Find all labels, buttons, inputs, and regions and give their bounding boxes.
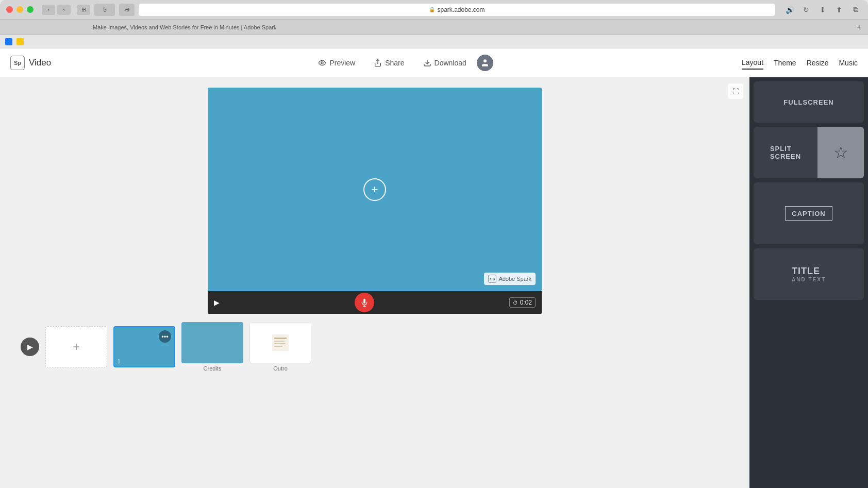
svg-point-3 [483,59,487,62]
mic-container [355,293,374,312]
share-icon [374,59,382,67]
credits-label: Credits [204,365,222,372]
back-button[interactable]: ‹ [42,5,55,15]
clock-icon: ⏱ [513,300,518,306]
traffic-lights [6,6,34,13]
app-container: Sp Video Preview Share Download [0,48,868,488]
add-content-button[interactable]: + [363,178,386,201]
caption-box: CAPTION [785,206,832,221]
time-display: ⏱ 0:02 [509,297,536,308]
header-actions: Preview Share Download [72,55,731,71]
tab-label: Make Images, Videos and Web Stories for … [93,24,276,30]
video-canvas[interactable]: + Sp Adobe Spark [208,88,542,291]
tab-switcher[interactable]: ⊞ [77,5,90,15]
slide-credits[interactable] [181,322,243,363]
app-header: Sp Video Preview Share Download [0,48,868,77]
play-button[interactable]: ▶ [214,298,220,307]
extensions-button[interactable]: 🖱 [94,4,115,16]
app-title: Video [29,58,51,68]
lock-icon: 🔒 [429,7,435,12]
share-page-button[interactable]: ⬆ [833,4,845,16]
title-main-label: TITLE [792,266,826,277]
bookmark-other[interactable] [16,38,24,45]
timeline: ▶ + ••• 1 [10,314,739,380]
editor-area: ⛶ + Sp Adobe Spark ▶ [0,77,749,488]
credits-container: Credits [181,322,243,372]
title-sub-label: AND TEXT [792,277,826,282]
video-controls-wrapper: ▶ ⏱ 0:02 [208,291,542,314]
close-button[interactable] [6,6,13,13]
slide-1[interactable]: ••• 1 [113,326,175,367]
video-controls: ▶ ⏱ 0:02 [208,291,542,314]
split-right: ☆ [817,127,864,178]
bookmark-bar [0,35,868,48]
minimize-button[interactable] [16,6,23,13]
svg-rect-10 [274,346,282,347]
nav-layout[interactable]: Layout [742,56,763,70]
download-button[interactable]: Download [415,55,475,71]
addon-button[interactable]: ⊕ [119,4,135,16]
svg-point-0 [321,62,323,64]
svg-rect-9 [274,343,286,344]
layout-fullscreen[interactable]: FULLSCREEN [754,81,864,123]
facebook-favicon [5,38,12,45]
split-left: SPLITSCREEN [754,127,817,178]
volume-button[interactable]: 🔊 [783,4,796,16]
watermark-logo: Sp [488,275,496,283]
layout-caption[interactable]: CAPTION [754,182,864,244]
share-button[interactable]: Share [365,55,412,71]
preview-button[interactable]: Preview [310,55,363,71]
svg-rect-8 [274,341,285,342]
slide-outro[interactable] [249,322,311,363]
fullscreen-label: FULLSCREEN [783,98,833,106]
svg-rect-6 [272,334,289,351]
maximize-button[interactable] [27,6,34,13]
outro-label: Outro [273,365,288,372]
refresh-button[interactable]: ↻ [800,4,812,16]
other-favicon [16,38,24,45]
browser-titlebar: ‹ › ⊞ 🖱 ⊕ 🔒 spark.adobe.com 🔊 ↻ ⬇ ⬆ ⧉ [0,0,868,20]
slide-number: 1 [118,359,121,364]
slide-menu-button[interactable]: ••• [159,330,171,343]
url-text: spark.adobe.com [437,6,485,13]
address-bar[interactable]: 🔒 spark.adobe.com [139,4,775,16]
preview-icon [318,59,326,67]
layout-split-screen[interactable]: SPLITSCREEN ☆ [754,127,864,178]
watermark: Sp Adobe Spark [484,273,536,285]
download-manager-button[interactable]: ⬇ [816,4,829,16]
right-panel: FULLSCREEN SPLITSCREEN ☆ CAPTION [749,77,868,488]
star-icon: ☆ [833,143,848,162]
nav-buttons: ‹ › [42,5,71,15]
layout-title-text[interactable]: TITLE AND TEXT [754,248,864,300]
outro-container: Outro [249,322,311,372]
main-content: ⛶ + Sp Adobe Spark ▶ [0,77,868,488]
browser-window: ‹ › ⊞ 🖱 ⊕ 🔒 spark.adobe.com 🔊 ↻ ⬇ ⬆ ⧉ Ma… [0,0,868,488]
fullscreen-toggle[interactable]: ⛶ [728,83,743,99]
timeline-play-button[interactable]: ▶ [21,338,39,356]
avatar-icon [480,58,490,68]
forward-button[interactable]: › [57,5,71,15]
outro-icon [271,333,290,352]
tab-bar: Make Images, Videos and Web Stories for … [0,20,868,35]
new-tab-overview[interactable]: ⧉ [849,4,862,16]
header-right-nav: Layout Theme Resize Music [742,56,858,70]
app-logo: Sp Video [10,56,51,70]
nav-music[interactable]: Music [839,57,858,69]
download-icon [423,59,431,67]
browser-actions: 🔊 ↻ ⬇ ⬆ ⧉ [783,4,862,16]
user-avatar[interactable] [477,55,493,71]
slide-1-container: ••• 1 [113,326,175,367]
sp-logo-box: Sp [10,56,25,70]
nav-theme[interactable]: Theme [774,57,796,69]
caption-label: CAPTION [792,210,826,217]
add-slide-button[interactable]: + [45,326,107,367]
new-tab-button[interactable]: + [856,22,862,32]
mic-button[interactable] [355,293,374,312]
bookmark-facebook[interactable] [5,38,12,45]
nav-resize[interactable]: Resize [807,57,829,69]
split-label: SPLITSCREEN [770,145,801,160]
controls-right: ⏱ 0:02 [509,297,536,308]
svg-rect-7 [274,338,287,339]
mic-icon [360,298,369,307]
title-text-content: TITLE AND TEXT [792,266,826,282]
